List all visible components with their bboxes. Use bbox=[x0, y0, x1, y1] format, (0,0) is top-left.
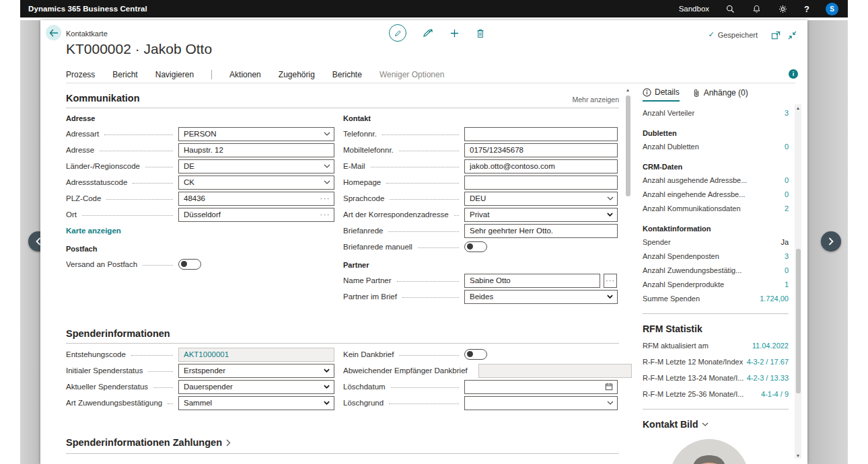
fact-group-dubletten: Dubletten bbox=[643, 128, 789, 137]
adressstatus-combobox[interactable]: CK bbox=[178, 176, 334, 190]
field-loeschgrund: Löschgrund bbox=[343, 395, 618, 411]
settings-gear-icon[interactable] bbox=[778, 4, 788, 14]
field-plz-code: PLZ-Code 48436··· bbox=[66, 190, 334, 206]
back-button[interactable] bbox=[46, 25, 61, 40]
field-initialer-spenderstatus: Initialer Spenderstatus Erstspender bbox=[66, 362, 334, 379]
assist-ellipsis-button[interactable]: ··· bbox=[319, 210, 332, 219]
fact-row: R-F-M Letzte 13-24 Monate/I... 4-2-3 / 1… bbox=[643, 373, 789, 383]
assist-ellipsis-button[interactable]: ··· bbox=[319, 194, 332, 202]
email-input[interactable]: jakob.otto@contoso.com bbox=[464, 159, 618, 173]
collapse-icon[interactable] bbox=[788, 30, 797, 42]
search-icon[interactable] bbox=[725, 4, 735, 14]
scroll-down-icon[interactable]: ▼ bbox=[795, 452, 801, 459]
fact-row: Anzahl Kommunikationsdaten 2 bbox=[643, 204, 789, 213]
name-partner-input[interactable]: Sabine Otto bbox=[464, 274, 600, 288]
field-abweichender-empfaenger: Abweichender Empfänger Dankbrief bbox=[343, 362, 618, 379]
menu-berichte[interactable]: Berichte bbox=[332, 70, 362, 79]
section-zahlungen: Spenderinformationen Zahlungen bbox=[66, 433, 619, 454]
field-adressstatuscode: Adressstatuscode CK bbox=[66, 174, 334, 190]
fact-group-crm: CRM-Daten bbox=[643, 162, 789, 171]
menu-zugehoerig[interactable]: Zugehörig bbox=[279, 70, 315, 79]
tab-details[interactable]: Details bbox=[643, 87, 680, 102]
next-record-button[interactable] bbox=[821, 231, 841, 252]
new-plus-button[interactable] bbox=[449, 28, 460, 38]
select-caret-icon bbox=[605, 295, 615, 299]
app-title: Dynamics 365 Business Central bbox=[28, 5, 147, 13]
field-korrespondenzadresse: Art der Korrespondenzadresse Privat bbox=[343, 206, 618, 223]
briefanrede-input[interactable]: Sehr geehrter Herr Otto. bbox=[464, 224, 618, 238]
menu-bericht[interactable]: Bericht bbox=[112, 70, 137, 79]
chevron-down-icon bbox=[322, 164, 332, 168]
main-scrollbar[interactable]: ▲ bbox=[624, 86, 631, 463]
laender-combobox[interactable]: DE bbox=[178, 159, 334, 173]
delete-trash-button[interactable] bbox=[476, 28, 485, 38]
fact-row: R-F-M Letzte 12 Monate/Index 4-3-2 / 17.… bbox=[643, 357, 789, 366]
aktuell-spenderstatus-select[interactable]: Dauerspender bbox=[178, 380, 334, 394]
adressart-combobox[interactable]: PERSON bbox=[178, 127, 334, 141]
ort-input[interactable]: Düsseldorf··· bbox=[178, 208, 334, 222]
contact-card: Kontaktkarte KT000002 · Jakob Otto ✓ Ge bbox=[40, 20, 807, 464]
kontakt-bild-header[interactable]: Kontakt Bild bbox=[643, 419, 789, 430]
edit-pencil-button[interactable] bbox=[389, 24, 406, 42]
menu-divider bbox=[211, 70, 212, 79]
fact-group-kontaktinformation: Kontaktinformation bbox=[643, 224, 789, 233]
plz-input[interactable]: 48436··· bbox=[178, 192, 334, 206]
user-avatar[interactable]: S bbox=[826, 3, 838, 15]
versand-toggle[interactable] bbox=[178, 259, 201, 270]
korrespondenz-select[interactable]: Privat bbox=[464, 208, 618, 222]
menu-navigieren[interactable]: Navigieren bbox=[155, 70, 194, 79]
chevron-down-icon bbox=[605, 401, 615, 405]
section-title[interactable]: Kommunikation bbox=[66, 93, 140, 104]
notifications-bell-icon[interactable] bbox=[752, 4, 762, 14]
factbox-scrollbar[interactable]: ▲ ▼ bbox=[795, 104, 801, 459]
page-title: KT000002 · Jakob Otto bbox=[66, 41, 212, 57]
mehr-anzeigen-link[interactable]: Mehr anzeigen bbox=[573, 95, 619, 104]
factbox-divider bbox=[643, 409, 789, 410]
field-entstehungscode: Entstehungscode AKT1000001 bbox=[66, 346, 334, 362]
scrollbar-thumb[interactable] bbox=[626, 95, 630, 196]
scrollbar-thumb[interactable] bbox=[796, 249, 801, 393]
info-badge-icon[interactable]: i bbox=[789, 69, 798, 79]
initial-spenderstatus-select[interactable]: Erstspender bbox=[178, 364, 334, 378]
briefanrede-manuell-toggle[interactable] bbox=[464, 241, 487, 252]
loeschdatum-input[interactable] bbox=[464, 380, 618, 394]
menu-aktionen[interactable]: Aktionen bbox=[229, 70, 261, 79]
sprachcode-combobox[interactable]: DEU bbox=[464, 192, 618, 206]
environment-label[interactable]: Sandbox bbox=[679, 5, 709, 13]
field-loeschdatum: Löschdatum bbox=[343, 379, 618, 395]
zuwendung-select[interactable]: Sammel bbox=[178, 396, 334, 410]
fact-row: Anzahl Zuwendungsbestätig... 0 bbox=[643, 266, 789, 275]
loeschgrund-combobox[interactable] bbox=[464, 396, 618, 410]
calendar-icon[interactable] bbox=[605, 383, 615, 391]
open-in-window-icon[interactable] bbox=[771, 30, 781, 42]
menu-weniger-optionen[interactable]: Weniger Optionen bbox=[379, 70, 445, 79]
share-button[interactable] bbox=[423, 28, 433, 38]
select-caret-icon bbox=[322, 401, 332, 405]
telefon-input[interactable] bbox=[464, 127, 618, 141]
scroll-up-icon[interactable]: ▲ bbox=[795, 104, 801, 111]
adresse-input[interactable]: Haupstr. 12 bbox=[178, 143, 334, 157]
factbox-pane: Details Anhänge (0) Anzahl Verteiler 3 D… bbox=[643, 87, 789, 464]
menu-prozess[interactable]: Prozess bbox=[66, 70, 95, 79]
zahlungen-header[interactable]: Spenderinformationen Zahlungen bbox=[66, 433, 619, 454]
chevron-down-icon bbox=[322, 132, 332, 136]
help-icon[interactable]: ? bbox=[804, 4, 809, 14]
field-homepage: Homepage bbox=[343, 174, 618, 190]
field-briefanrede: Briefanrede Sehr geehrter Herr Otto. bbox=[343, 223, 618, 239]
field-aktueller-spenderstatus: Aktueller Spenderstatus Dauerspender bbox=[66, 379, 334, 395]
homepage-input[interactable] bbox=[464, 176, 618, 190]
check-icon: ✓ bbox=[708, 30, 714, 39]
section-title[interactable]: Spenderinformationen bbox=[66, 328, 170, 339]
karte-anzeigen-link[interactable]: Karte anzeigen bbox=[66, 223, 334, 239]
mobil-input[interactable]: 0175/12345678 bbox=[464, 143, 618, 157]
action-menu-bar: Prozess Bericht Navigieren Aktionen Zuge… bbox=[66, 68, 444, 81]
kein-dankbrief-toggle[interactable] bbox=[464, 349, 487, 360]
select-caret-icon bbox=[322, 369, 332, 373]
tab-anhaenge[interactable]: Anhänge (0) bbox=[693, 87, 748, 102]
scroll-up-icon[interactable]: ▲ bbox=[624, 86, 631, 93]
group-partner: Partner bbox=[343, 258, 618, 272]
saved-label: Gespeichert bbox=[718, 31, 758, 39]
field-adresse: Adresse Haupstr. 12 bbox=[66, 142, 334, 158]
assist-ellipsis-button[interactable]: ··· bbox=[604, 274, 617, 288]
partner-brief-select[interactable]: Beides bbox=[464, 290, 618, 304]
